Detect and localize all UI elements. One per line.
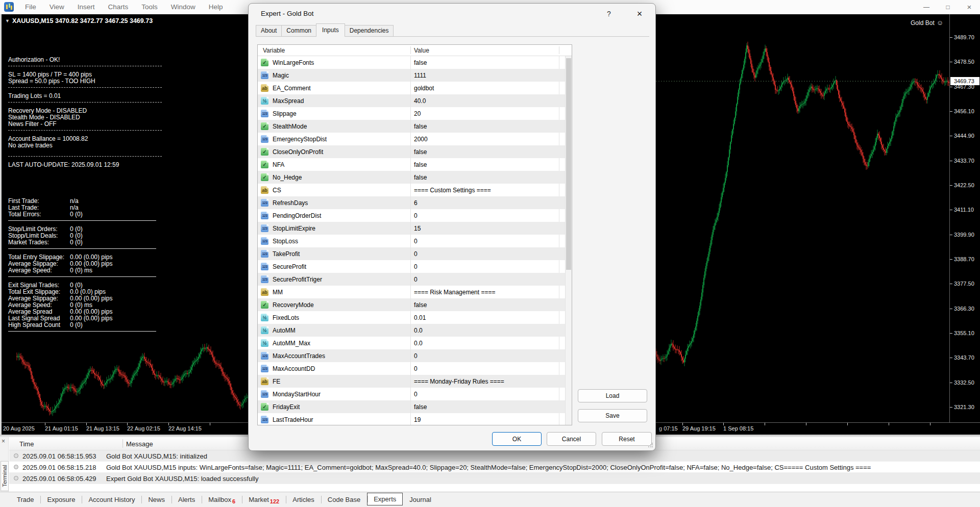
param-row-CloseOnlyOnProfit[interactable]: ✓CloseOnlyOnProfitfalse <box>258 145 565 158</box>
param-value[interactable]: 0 <box>414 212 418 219</box>
log-column-message[interactable]: Message <box>126 440 153 448</box>
param-row-MaxAccountTrades[interactable]: 123MaxAccountTrades0 <box>258 349 565 362</box>
param-value[interactable]: false <box>414 301 427 309</box>
param-value[interactable]: false <box>414 174 427 181</box>
column-header-variable[interactable]: Variable <box>263 47 285 54</box>
tab-common[interactable]: Common <box>281 25 316 36</box>
menu-item-view[interactable]: View <box>43 0 71 14</box>
param-row-CS[interactable]: abCS==== Custom Settings ==== <box>258 184 565 196</box>
menu-item-tools[interactable]: Tools <box>135 0 164 14</box>
param-row-AutoMM[interactable]: ½AutoMM0.0 <box>258 324 565 337</box>
reset-button[interactable]: Reset <box>602 432 652 446</box>
param-row-PendingOrderDist[interactable]: 123PendingOrderDist0 <box>258 209 565 222</box>
scrollbar-thumb[interactable] <box>566 58 571 270</box>
ok-button[interactable]: OK <box>492 432 542 446</box>
toolbox-tab-alerts[interactable]: Alerts <box>172 493 202 506</box>
ea-name-label[interactable]: Gold Bot☺ <box>911 19 943 27</box>
price-axis[interactable]: 3489.703478.503467.303456.103444.903433.… <box>949 14 980 422</box>
param-value[interactable]: 19 <box>414 416 421 423</box>
toolbox-tab-articles[interactable]: Articles <box>286 493 321 506</box>
param-value[interactable]: ==== Monday-Friday Rules ==== <box>414 378 504 385</box>
param-row-EA_Comment[interactable]: abEA_Commentgoldbot <box>258 82 565 94</box>
restore-icon[interactable]: □ <box>937 0 959 14</box>
close-window-icon[interactable]: × <box>959 0 980 14</box>
log-column-time[interactable]: Time <box>19 440 34 448</box>
tab-dependencies[interactable]: Dependencies <box>345 25 394 36</box>
toolbox-tab-trade[interactable]: Trade <box>10 493 40 506</box>
param-row-WinLargeFonts[interactable]: ✓WinLargeFontsfalse <box>258 56 565 69</box>
param-value[interactable]: 0 <box>414 276 418 283</box>
param-row-SecureProfit[interactable]: 123SecureProfit0 <box>258 260 565 273</box>
param-row-LastTradeHour[interactable]: 123LastTradeHour19 <box>258 413 565 425</box>
toolbox-tab-journal[interactable]: Journal <box>403 493 438 506</box>
toolbox-tab-experts[interactable]: Experts <box>367 493 403 505</box>
load-button[interactable]: Load <box>578 389 647 402</box>
log-row[interactable]: 2025.09.01 06:58:15.953Gold Bot XAUUSD,M… <box>9 450 980 462</box>
resize-grip[interactable] <box>648 443 653 448</box>
log-column-divider[interactable] <box>122 439 123 448</box>
param-value[interactable]: 20 <box>414 110 421 117</box>
param-value[interactable]: false <box>414 403 427 411</box>
param-value[interactable]: goldbot <box>414 85 434 92</box>
param-value[interactable]: 1111 <box>414 72 426 79</box>
param-row-FridayExit[interactable]: ✓FridayExitfalse <box>258 400 565 413</box>
param-value[interactable]: 0.0 <box>414 340 423 347</box>
param-row-EmergencyStopDist[interactable]: 123EmergencyStopDist2000 <box>258 133 565 145</box>
help-icon[interactable]: ? <box>599 7 619 21</box>
param-row-FixedLots[interactable]: ½FixedLots0.01 <box>258 311 565 324</box>
param-row-MM[interactable]: abMM==== Risk Management ==== <box>258 286 565 298</box>
column-header-value[interactable]: Value <box>414 47 429 54</box>
close-dialog-icon[interactable]: × <box>628 7 651 21</box>
param-value[interactable]: 0.0 <box>414 327 423 334</box>
param-row-MaxSpread[interactable]: ½MaxSpread40.0 <box>258 94 565 107</box>
chart-symbol-title[interactable]: ▼XAUUSD,M15 3470.82 3472.77 3467.25 3469… <box>5 17 153 24</box>
param-value[interactable]: 0 <box>414 238 418 245</box>
param-row-Magic[interactable]: 123Magic1111 <box>258 69 565 82</box>
param-row-NFA[interactable]: ✓NFAfalse <box>258 158 565 171</box>
toolbox-tab-market[interactable]: Market122 <box>242 493 286 506</box>
param-value[interactable]: 0 <box>414 352 418 360</box>
menu-item-file[interactable]: File <box>18 0 43 14</box>
param-value[interactable]: ==== Risk Management ==== <box>414 289 495 296</box>
param-value[interactable]: 0.01 <box>414 314 426 321</box>
param-value[interactable]: false <box>414 161 427 168</box>
param-value[interactable]: false <box>414 59 427 66</box>
menu-item-insert[interactable]: Insert <box>71 0 102 14</box>
param-row-StealthMode[interactable]: ✓StealthModefalse <box>258 120 565 133</box>
chevron-down-icon[interactable]: ▼ <box>5 18 10 23</box>
param-row-MaxAccountDD[interactable]: 123MaxAccountDD0 <box>258 362 565 375</box>
menu-item-window[interactable]: Window <box>164 0 202 14</box>
menu-item-help[interactable]: Help <box>202 0 230 14</box>
param-value[interactable]: 0 <box>414 391 418 398</box>
param-value[interactable]: 2000 <box>414 136 428 143</box>
toolbox-tab-exposure[interactable]: Exposure <box>40 493 82 506</box>
table-header[interactable]: Variable Value <box>258 45 572 56</box>
param-row-FE[interactable]: abFE==== Monday-Friday Rules ==== <box>258 375 565 388</box>
param-row-StopLimitExpire[interactable]: 123StopLimitExpire15 <box>258 222 565 235</box>
toolbox-tab-code-base[interactable]: Code Base <box>321 493 367 506</box>
toolbox-tab-mailbox[interactable]: Mailbox6 <box>202 493 242 506</box>
param-value[interactable]: false <box>414 148 427 156</box>
close-toolbox-icon[interactable]: × <box>2 438 5 444</box>
table-scrollbar[interactable] <box>565 56 572 425</box>
param-value[interactable]: 0 <box>414 250 418 258</box>
param-row-No_Hedge[interactable]: ✓No_Hedgefalse <box>258 171 565 184</box>
param-value[interactable]: 40.0 <box>414 97 426 105</box>
log-row[interactable]: 2025.09.01 06:58:05.429Expert Gold Bot X… <box>9 473 980 484</box>
param-value[interactable]: 15 <box>414 225 421 232</box>
toolbox-tab-news[interactable]: News <box>141 493 172 506</box>
log-row[interactable]: 2025.09.01 06:58:15.218Gold Bot XAUUSD,M… <box>9 462 980 473</box>
param-row-MondayStartHour[interactable]: 123MondayStartHour0 <box>258 388 565 400</box>
minimize-icon[interactable]: — <box>916 0 937 14</box>
param-row-StopLoss[interactable]: 123StopLoss0 <box>258 235 565 247</box>
tab-about[interactable]: About <box>256 25 282 36</box>
param-row-Slippage[interactable]: 123Slippage20 <box>258 107 565 120</box>
param-row-TakeProfit[interactable]: 123TakeProfit0 <box>258 247 565 260</box>
param-value[interactable]: ==== Custom Settings ==== <box>414 187 491 194</box>
cancel-button[interactable]: Cancel <box>547 432 596 446</box>
param-value[interactable]: 0 <box>414 365 418 372</box>
menu-item-charts[interactable]: Charts <box>102 0 135 14</box>
toolbox-vertical-tab[interactable]: Terminal <box>1 461 9 491</box>
param-row-AutoMM_Max[interactable]: ½AutoMM_Max0.0 <box>258 337 565 349</box>
tab-inputs[interactable]: Inputs <box>316 23 345 37</box>
